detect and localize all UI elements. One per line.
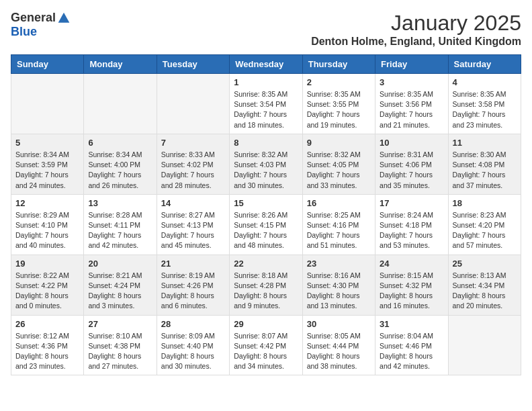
- location-title: Denton Holme, England, United Kingdom: [311, 36, 521, 48]
- day-info: Sunrise: 8:18 AMSunset: 4:28 PMDaylight:…: [234, 271, 298, 312]
- day-info: Sunrise: 8:30 AMSunset: 4:08 PMDaylight:…: [453, 150, 517, 191]
- day-info: Sunrise: 8:35 AMSunset: 3:56 PMDaylight:…: [380, 89, 443, 130]
- day-number: 12: [15, 198, 79, 208]
- day-info: Sunrise: 8:15 AMSunset: 4:32 PMDaylight:…: [380, 271, 443, 312]
- day-number: 14: [161, 198, 225, 208]
- col-header-tuesday: Tuesday: [157, 55, 229, 74]
- day-info: Sunrise: 8:28 AMSunset: 4:11 PMDaylight:…: [88, 210, 152, 251]
- day-info: Sunrise: 8:19 AMSunset: 4:26 PMDaylight:…: [161, 271, 225, 312]
- day-info: Sunrise: 8:22 AMSunset: 4:22 PMDaylight:…: [15, 271, 79, 312]
- calendar-cell: 19Sunrise: 8:22 AMSunset: 4:22 PMDayligh…: [11, 255, 84, 315]
- calendar-cell: 2Sunrise: 8:35 AMSunset: 3:55 PMDaylight…: [302, 74, 375, 134]
- day-info: Sunrise: 8:33 AMSunset: 4:02 PMDaylight:…: [161, 150, 225, 191]
- day-info: Sunrise: 8:27 AMSunset: 4:13 PMDaylight:…: [161, 210, 225, 251]
- day-info: Sunrise: 8:05 AMSunset: 4:44 PMDaylight:…: [307, 331, 371, 372]
- day-number: 21: [161, 259, 225, 269]
- day-number: 10: [380, 138, 443, 148]
- day-info: Sunrise: 8:09 AMSunset: 4:40 PMDaylight:…: [161, 331, 225, 372]
- day-info: Sunrise: 8:35 AMSunset: 3:55 PMDaylight:…: [307, 89, 371, 130]
- calendar-cell: 15Sunrise: 8:26 AMSunset: 4:15 PMDayligh…: [230, 194, 302, 255]
- calendar-cell: 11Sunrise: 8:30 AMSunset: 4:08 PMDayligh…: [448, 134, 521, 194]
- day-info: Sunrise: 8:32 AMSunset: 4:05 PMDaylight:…: [307, 150, 371, 191]
- calendar-cell: 3Sunrise: 8:35 AMSunset: 3:56 PMDaylight…: [375, 74, 448, 134]
- calendar-cell: 27Sunrise: 8:10 AMSunset: 4:38 PMDayligh…: [84, 315, 157, 375]
- day-number: 16: [307, 198, 371, 208]
- day-number: 30: [307, 319, 371, 329]
- logo-icon: [57, 11, 71, 25]
- day-number: 11: [453, 138, 517, 148]
- calendar-cell: 10Sunrise: 8:31 AMSunset: 4:06 PMDayligh…: [375, 134, 448, 194]
- day-number: 31: [380, 319, 443, 329]
- calendar-cell: 17Sunrise: 8:24 AMSunset: 4:18 PMDayligh…: [375, 194, 448, 255]
- day-info: Sunrise: 8:24 AMSunset: 4:18 PMDaylight:…: [380, 210, 443, 251]
- calendar-cell: 18Sunrise: 8:23 AMSunset: 4:20 PMDayligh…: [448, 194, 521, 255]
- calendar-cell: 28Sunrise: 8:09 AMSunset: 4:40 PMDayligh…: [157, 315, 229, 375]
- calendar-cell: 6Sunrise: 8:34 AMSunset: 4:00 PMDaylight…: [84, 134, 157, 194]
- day-info: Sunrise: 8:35 AMSunset: 3:54 PMDaylight:…: [234, 89, 298, 130]
- calendar-cell: 21Sunrise: 8:19 AMSunset: 4:26 PMDayligh…: [157, 255, 229, 315]
- day-number: 23: [307, 259, 371, 269]
- page-header: General Blue January 2025 Denton Holme, …: [11, 11, 521, 48]
- calendar-week-row: 26Sunrise: 8:12 AMSunset: 4:36 PMDayligh…: [11, 315, 521, 375]
- day-number: 5: [15, 138, 79, 148]
- calendar-cell: 1Sunrise: 8:35 AMSunset: 3:54 PMDaylight…: [230, 74, 302, 134]
- day-info: Sunrise: 8:16 AMSunset: 4:30 PMDaylight:…: [307, 271, 371, 312]
- day-number: 9: [307, 138, 371, 148]
- day-number: 25: [453, 259, 517, 269]
- day-info: Sunrise: 8:21 AMSunset: 4:24 PMDaylight:…: [88, 271, 152, 312]
- day-number: 17: [380, 198, 443, 208]
- calendar-cell: [157, 74, 229, 134]
- calendar-cell: [84, 74, 157, 134]
- day-number: 13: [88, 198, 152, 208]
- svg-marker-0: [58, 12, 70, 22]
- day-info: Sunrise: 8:12 AMSunset: 4:36 PMDaylight:…: [15, 331, 79, 372]
- calendar-week-row: 19Sunrise: 8:22 AMSunset: 4:22 PMDayligh…: [11, 255, 521, 315]
- day-info: Sunrise: 8:32 AMSunset: 4:03 PMDaylight:…: [234, 150, 298, 191]
- day-info: Sunrise: 8:23 AMSunset: 4:20 PMDaylight:…: [453, 210, 517, 251]
- calendar-cell: 23Sunrise: 8:16 AMSunset: 4:30 PMDayligh…: [302, 255, 375, 315]
- calendar-cell: 24Sunrise: 8:15 AMSunset: 4:32 PMDayligh…: [375, 255, 448, 315]
- calendar-cell: 29Sunrise: 8:07 AMSunset: 4:42 PMDayligh…: [230, 315, 302, 375]
- day-number: 28: [161, 319, 225, 329]
- day-info: Sunrise: 8:29 AMSunset: 4:10 PMDaylight:…: [15, 210, 79, 251]
- day-number: 29: [234, 319, 298, 329]
- calendar-cell: 14Sunrise: 8:27 AMSunset: 4:13 PMDayligh…: [157, 194, 229, 255]
- day-info: Sunrise: 8:07 AMSunset: 4:42 PMDaylight:…: [234, 331, 298, 372]
- day-info: Sunrise: 8:35 AMSunset: 3:58 PMDaylight:…: [453, 89, 517, 130]
- logo-blue-text: Blue: [11, 25, 37, 39]
- col-header-sunday: Sunday: [11, 55, 84, 74]
- day-number: 4: [453, 77, 517, 87]
- day-number: 19: [15, 259, 79, 269]
- col-header-thursday: Thursday: [302, 55, 375, 74]
- calendar-week-row: 5Sunrise: 8:34 AMSunset: 3:59 PMDaylight…: [11, 134, 521, 194]
- day-number: 8: [234, 138, 298, 148]
- calendar-cell: 9Sunrise: 8:32 AMSunset: 4:05 PMDaylight…: [302, 134, 375, 194]
- col-header-friday: Friday: [375, 55, 448, 74]
- day-info: Sunrise: 8:34 AMSunset: 4:00 PMDaylight:…: [88, 150, 152, 191]
- calendar-cell: 22Sunrise: 8:18 AMSunset: 4:28 PMDayligh…: [230, 255, 302, 315]
- day-number: 3: [380, 77, 443, 87]
- calendar-cell: 20Sunrise: 8:21 AMSunset: 4:24 PMDayligh…: [84, 255, 157, 315]
- calendar-cell: 13Sunrise: 8:28 AMSunset: 4:11 PMDayligh…: [84, 194, 157, 255]
- day-number: 18: [453, 198, 517, 208]
- calendar-cell: 7Sunrise: 8:33 AMSunset: 4:02 PMDaylight…: [157, 134, 229, 194]
- calendar-cell: 12Sunrise: 8:29 AMSunset: 4:10 PMDayligh…: [11, 194, 84, 255]
- day-number: 15: [234, 198, 298, 208]
- day-info: Sunrise: 8:25 AMSunset: 4:16 PMDaylight:…: [307, 210, 371, 251]
- day-info: Sunrise: 8:10 AMSunset: 4:38 PMDaylight:…: [88, 331, 152, 372]
- calendar-cell: 31Sunrise: 8:04 AMSunset: 4:46 PMDayligh…: [375, 315, 448, 375]
- calendar-cell: 5Sunrise: 8:34 AMSunset: 3:59 PMDaylight…: [11, 134, 84, 194]
- day-number: 20: [88, 259, 152, 269]
- calendar-cell: 16Sunrise: 8:25 AMSunset: 4:16 PMDayligh…: [302, 194, 375, 255]
- calendar-week-row: 1Sunrise: 8:35 AMSunset: 3:54 PMDaylight…: [11, 74, 521, 134]
- calendar-cell: 4Sunrise: 8:35 AMSunset: 3:58 PMDaylight…: [448, 74, 521, 134]
- day-number: 2: [307, 77, 371, 87]
- day-info: Sunrise: 8:04 AMSunset: 4:46 PMDaylight:…: [380, 331, 443, 372]
- day-number: 1: [234, 77, 298, 87]
- title-block: January 2025 Denton Holme, England, Unit…: [311, 11, 521, 48]
- day-info: Sunrise: 8:31 AMSunset: 4:06 PMDaylight:…: [380, 150, 443, 191]
- calendar-week-row: 12Sunrise: 8:29 AMSunset: 4:10 PMDayligh…: [11, 194, 521, 255]
- day-info: Sunrise: 8:13 AMSunset: 4:34 PMDaylight:…: [453, 271, 517, 312]
- calendar-cell: 26Sunrise: 8:12 AMSunset: 4:36 PMDayligh…: [11, 315, 84, 375]
- col-header-saturday: Saturday: [448, 55, 521, 74]
